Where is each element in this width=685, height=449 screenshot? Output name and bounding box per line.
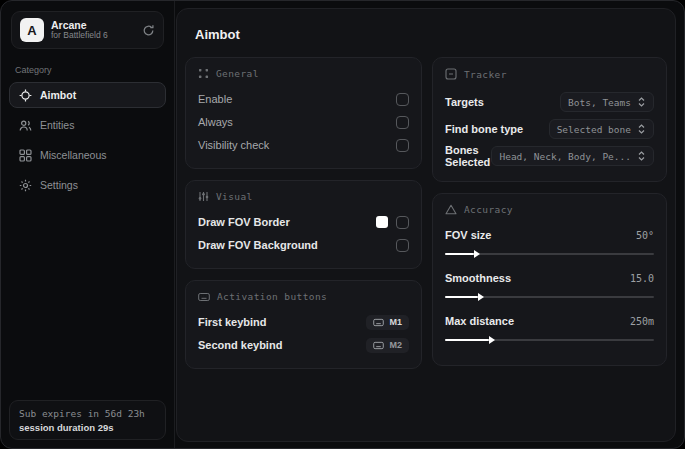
smoothness-slider[interactable]: [445, 292, 654, 301]
app-window: A Arcane for Battlefield 6 Category Aimb…: [0, 0, 685, 449]
tracker-card: Tracker Targets Bots, Teams: [432, 57, 667, 182]
always-checkbox[interactable]: [396, 116, 409, 129]
slider-row: FOV size 50°: [445, 224, 654, 258]
sidebar-item-entities[interactable]: Entities: [9, 112, 166, 138]
sliders-icon: [198, 191, 209, 202]
enable-label: Enable: [198, 93, 232, 105]
unfold-icon: [637, 97, 646, 107]
crosshair-icon: [19, 89, 32, 102]
left-column: General Enable Always Visibility check: [185, 57, 422, 380]
accuracy-card: Accuracy FOV size 50°: [432, 193, 667, 366]
first-keybind-label: First keybind: [198, 316, 266, 328]
sidebar-item-settings[interactable]: Settings: [9, 172, 166, 198]
targets-value: Bots, Teams: [568, 97, 631, 108]
sidebar-nav: Aimbot Entities Miscella: [1, 82, 174, 202]
setting-row: Draw FOV Background: [198, 234, 409, 256]
sidebar-item-label: Settings: [40, 179, 78, 191]
setting-row: Second keybind M2: [198, 334, 409, 356]
unfold-icon: [637, 151, 646, 161]
smoothness-label: Smoothness: [445, 272, 511, 284]
general-card-header: General: [198, 68, 409, 79]
smoothness-value: 15.0: [630, 273, 654, 284]
draw-fov-background-label: Draw FOV Background: [198, 239, 318, 251]
fov-border-color-swatch[interactable]: [376, 216, 388, 228]
subscription-expiry: Sub expires in 56d 23h: [19, 408, 156, 419]
bones-selected-label: Bones Selected: [445, 144, 491, 168]
setting-row: Targets Bots, Teams: [445, 89, 654, 115]
category-label: Category: [15, 65, 174, 75]
sidebar: A Arcane for Battlefield 6 Category Aimb…: [1, 1, 175, 448]
triangle-icon: [445, 204, 457, 215]
keyboard-icon: [198, 292, 210, 302]
main-panel: Aimbot General Enable: [176, 8, 676, 442]
slider-fill: [445, 253, 474, 255]
second-keybind-button[interactable]: M2: [366, 338, 409, 353]
fov-size-slider[interactable]: [445, 249, 654, 258]
setting-row: Draw FOV Border: [198, 211, 409, 233]
setting-row: Enable: [198, 88, 409, 110]
fov-border-controls: [376, 216, 409, 229]
refresh-icon[interactable]: [142, 24, 155, 37]
setting-row: Find bone type Selected bone: [445, 116, 654, 142]
session-duration: session duration 29s: [19, 422, 156, 433]
visual-card-header: Visual: [198, 191, 409, 202]
second-keybind-value: M2: [389, 340, 402, 350]
app-logo: A: [20, 18, 44, 42]
fov-size-label: FOV size: [445, 229, 491, 241]
slider-row: Max distance 250m: [445, 310, 654, 344]
fov-size-value: 50°: [636, 230, 654, 241]
keyboard-icon: [373, 341, 384, 350]
bones-selected-value: Head, Neck, Body, Pe...: [499, 151, 631, 162]
visual-card: Visual Draw FOV Border Draw FOV Backgrou…: [185, 180, 422, 269]
grid-icon: [19, 149, 32, 162]
second-keybind-label: Second keybind: [198, 339, 282, 351]
brand-text: Arcane for Battlefield 6: [51, 19, 108, 41]
first-keybind-button[interactable]: M1: [366, 315, 409, 330]
draw-fov-border-checkbox[interactable]: [396, 216, 409, 229]
find-bone-type-dropdown[interactable]: Selected bone: [549, 119, 654, 139]
tracker-icon: [445, 68, 457, 80]
sidebar-item-miscellaneous[interactable]: Miscellaneous: [9, 142, 166, 168]
enable-checkbox[interactable]: [396, 93, 409, 106]
general-card-title: General: [216, 68, 259, 79]
setting-row: Bones Selected Head, Neck, Body, Pe...: [445, 143, 654, 169]
unfold-icon: [637, 124, 646, 134]
activation-card-title: Activation buttons: [217, 291, 327, 302]
tracker-card-title: Tracker: [464, 69, 507, 80]
sidebar-item-label: Miscellaneous: [40, 149, 107, 161]
sidebar-item-label: Aimbot: [40, 89, 76, 101]
accuracy-card-title: Accuracy: [464, 204, 513, 215]
slider-header: FOV size 50°: [445, 224, 654, 246]
max-distance-label: Max distance: [445, 315, 514, 327]
targets-label: Targets: [445, 96, 484, 108]
bones-selected-dropdown[interactable]: Head, Neck, Body, Pe...: [491, 146, 654, 166]
gear-icon: [19, 179, 32, 192]
slider-header: Smoothness 15.0: [445, 267, 654, 289]
accuracy-card-header: Accuracy: [445, 204, 654, 215]
visibility-check-checkbox[interactable]: [396, 139, 409, 152]
sidebar-item-aimbot[interactable]: Aimbot: [9, 82, 166, 108]
activation-card: Activation buttons First keybind M1: [185, 280, 422, 369]
setting-row: First keybind M1: [198, 311, 409, 333]
max-distance-slider[interactable]: [445, 335, 654, 344]
first-keybind-value: M1: [389, 317, 402, 327]
targets-dropdown[interactable]: Bots, Teams: [560, 92, 654, 112]
draw-fov-background-checkbox[interactable]: [396, 239, 409, 252]
page-title: Aimbot: [195, 27, 667, 42]
max-distance-value: 250m: [630, 316, 654, 327]
always-label: Always: [198, 116, 233, 128]
slider-fill: [445, 339, 489, 341]
content-columns: General Enable Always Visibility check: [185, 57, 667, 380]
find-bone-type-label: Find bone type: [445, 123, 523, 135]
activation-card-header: Activation buttons: [198, 291, 409, 302]
general-icon: [198, 68, 209, 79]
keyboard-icon: [373, 318, 384, 327]
subscription-card: Sub expires in 56d 23h session duration …: [9, 400, 166, 440]
find-bone-type-value: Selected bone: [557, 124, 631, 135]
sidebar-spacer: [1, 202, 174, 400]
general-card: General Enable Always Visibility check: [185, 57, 422, 169]
right-column: Tracker Targets Bots, Teams: [432, 57, 667, 377]
visibility-check-label: Visibility check: [198, 139, 269, 151]
slider-fill: [445, 296, 478, 298]
entities-icon: [19, 119, 32, 132]
